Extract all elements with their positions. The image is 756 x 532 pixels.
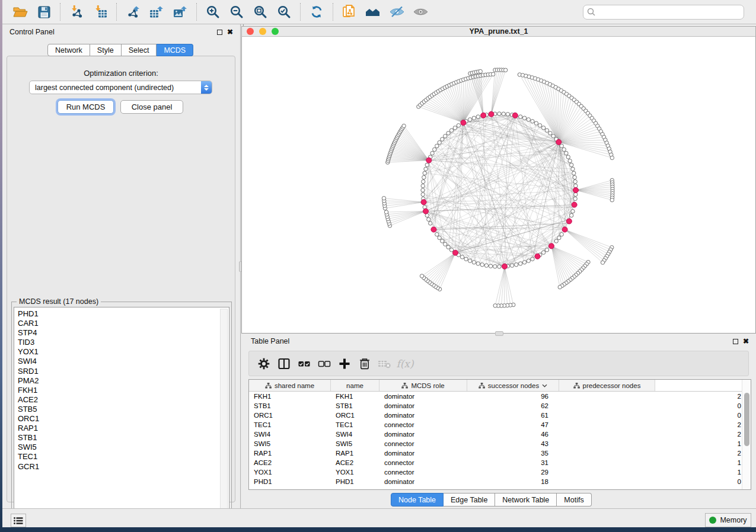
mcds-result-item[interactable]: ORC1 (14, 414, 229, 424)
cell-shared-name[interactable]: TEC1 (249, 421, 331, 428)
horizontal-splitter-handle[interactable] (495, 331, 503, 336)
network-graph[interactable] (242, 37, 755, 332)
table-row[interactable]: PHD1PHD1dominator180 (249, 477, 751, 486)
cell-successor-nodes[interactable]: 62 (467, 402, 559, 409)
select-all-icon[interactable] (295, 354, 313, 373)
close-panel-icon[interactable]: ✖ (227, 30, 233, 35)
zoom-out-button[interactable] (227, 2, 247, 21)
table-scrollbar-thumb[interactable] (744, 393, 749, 446)
cell-shared-name[interactable]: ACE2 (249, 459, 331, 466)
cell-successor-nodes[interactable]: 43 (467, 440, 559, 447)
cell-shared-name[interactable]: FKH1 (249, 393, 331, 400)
cell-successor-nodes[interactable]: 61 (467, 412, 559, 419)
mcds-result-item[interactable]: YOX1 (14, 347, 229, 357)
cell-MCDS-role[interactable]: dominator (379, 450, 467, 457)
cell-predecessor-nodes[interactable]: 1 (559, 459, 751, 466)
cell-successor-nodes[interactable]: 46 (467, 431, 559, 438)
show-columns-icon[interactable] (275, 354, 293, 373)
duplicate-network-button[interactable] (339, 2, 359, 21)
cell-name[interactable]: TEC1 (331, 421, 379, 428)
table-row[interactable]: FKH1FKH1dominator962 (249, 392, 751, 401)
mcds-result-item[interactable]: STP4 (14, 328, 229, 338)
cell-MCDS-role[interactable]: dominator (379, 393, 467, 400)
show-all-button[interactable] (410, 2, 430, 21)
cell-name[interactable]: STB1 (331, 402, 379, 409)
mcds-result-item[interactable]: SRD1 (14, 367, 229, 376)
delete-row-icon[interactable] (356, 354, 374, 373)
mcds-result-item[interactable]: PMA2 (14, 376, 229, 386)
cell-predecessor-nodes[interactable]: 0 (559, 402, 751, 409)
cell-MCDS-role[interactable]: connector (379, 459, 467, 466)
mcds-result-item[interactable]: ACE2 (14, 395, 229, 405)
cell-predecessor-nodes[interactable]: 2 (559, 421, 751, 428)
cell-successor-nodes[interactable]: 96 (467, 393, 559, 400)
run-mcds-button[interactable]: Run MCDS (58, 100, 114, 114)
import-table-button[interactable] (90, 2, 110, 21)
cell-shared-name[interactable]: YOX1 (249, 469, 331, 476)
export-network-button[interactable] (123, 2, 143, 21)
cell-name[interactable]: RAP1 (331, 450, 379, 457)
open-file-button[interactable] (10, 2, 30, 21)
cell-successor-nodes[interactable]: 31 (467, 459, 559, 466)
table-tab-edge-table[interactable]: Edge Table (444, 493, 495, 507)
cell-successor-nodes[interactable]: 29 (467, 469, 559, 476)
cell-predecessor-nodes[interactable]: 1 (559, 440, 751, 447)
close-panel-button[interactable]: Close panel (120, 100, 183, 114)
tab-network[interactable]: Network (47, 44, 90, 56)
cell-name[interactable]: YOX1 (331, 469, 379, 476)
cell-shared-name[interactable]: SWI5 (249, 440, 331, 447)
float-panel-icon[interactable] (217, 30, 222, 35)
table-row[interactable]: YOX1YOX1connector291 (249, 467, 751, 477)
hide-selected-button[interactable] (387, 2, 407, 21)
table-row[interactable]: RAP1RAP1dominator352 (249, 448, 751, 458)
tab-mcds[interactable]: MCDS (157, 44, 193, 56)
mcds-result-item[interactable]: PHD1 (14, 309, 229, 319)
table-scrollbar[interactable] (742, 380, 751, 489)
column-header-name[interactable]: name (331, 380, 379, 391)
export-image-button[interactable] (170, 2, 190, 21)
cell-shared-name[interactable]: SWI4 (249, 431, 331, 438)
cell-shared-name[interactable]: STB1 (249, 402, 331, 409)
mcds-result-item[interactable]: TID3 (14, 338, 229, 347)
memory-button[interactable]: Memory (705, 513, 751, 527)
table-row[interactable]: TEC1TEC1connector472 (249, 420, 751, 430)
tab-select[interactable]: Select (122, 44, 157, 56)
cell-name[interactable]: ORC1 (331, 412, 379, 419)
cell-predecessor-nodes[interactable]: 1 (559, 469, 751, 476)
cell-MCDS-role[interactable]: dominator (379, 478, 467, 485)
network-canvas[interactable] (241, 37, 756, 334)
panel-menu-button[interactable] (11, 514, 26, 527)
mcds-result-item[interactable]: GCR1 (14, 462, 229, 472)
cell-MCDS-role[interactable]: connector (379, 440, 467, 447)
cell-name[interactable]: FKH1 (331, 393, 379, 400)
cell-successor-nodes[interactable]: 18 (467, 478, 559, 485)
column-header-shared-name[interactable]: shared name (249, 380, 331, 391)
cell-shared-name[interactable]: ORC1 (249, 412, 331, 419)
zoom-selected-button[interactable] (274, 2, 294, 21)
table-row[interactable]: SWI5SWI5connector431 (249, 439, 751, 448)
cell-MCDS-role[interactable]: dominator (379, 431, 467, 438)
cell-name[interactable]: SWI4 (331, 431, 379, 438)
mcds-result-item[interactable]: STB1 (14, 433, 229, 443)
cell-MCDS-role[interactable]: dominator (379, 412, 467, 419)
mcds-result-item[interactable]: SWI4 (14, 357, 229, 366)
table-row[interactable]: ACE2ACE2connector311 (249, 458, 751, 467)
save-session-button[interactable] (34, 2, 54, 21)
cell-successor-nodes[interactable]: 35 (467, 450, 559, 457)
refresh-layout-button[interactable] (307, 2, 327, 21)
column-header-MCDS-role[interactable]: MCDS role (379, 380, 467, 391)
mcds-result-item[interactable]: TEC1 (14, 452, 229, 462)
import-network-button[interactable] (66, 2, 87, 21)
cell-MCDS-role[interactable]: connector (379, 421, 467, 428)
table-row[interactable]: STB1STB1dominator620 (249, 401, 751, 411)
zoom-fit-button[interactable] (250, 2, 270, 21)
deselect-all-icon[interactable] (315, 354, 333, 373)
table-row[interactable]: SWI4SWI4dominator462 (249, 430, 751, 439)
column-header-predecessor-nodes[interactable]: predecessor nodes (559, 380, 655, 391)
cell-shared-name[interactable]: PHD1 (249, 478, 331, 485)
table-row[interactable]: ORC1ORC1dominator610 (249, 411, 751, 420)
mcds-result-item[interactable]: SWI5 (14, 443, 229, 452)
cell-predecessor-nodes[interactable]: 2 (559, 431, 751, 438)
close-table-panel-icon[interactable]: ✖ (743, 339, 749, 344)
column-header-successor-nodes[interactable]: successor nodes (467, 380, 559, 391)
